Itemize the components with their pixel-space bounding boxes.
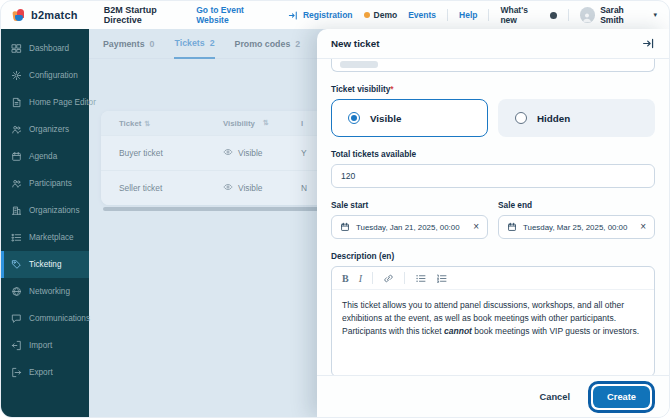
whats-new-link[interactable]: What's new (500, 5, 556, 25)
description-label: Description (en) (331, 251, 655, 261)
total-tickets-input[interactable] (331, 164, 655, 188)
visibility-options: Visible Hidden (331, 99, 655, 137)
sidebar-item-ticketing[interactable]: Ticketing (1, 251, 89, 278)
description-textarea[interactable]: This ticket allows you to attend panel d… (332, 290, 654, 375)
whats-new-icon (550, 12, 557, 19)
sidebar-item-label: Agenda (29, 152, 57, 161)
drawer-title: New ticket (331, 38, 379, 49)
tab-label: Promo codes (235, 39, 291, 49)
events-link[interactable]: Events (408, 10, 436, 20)
toolbar-divider (404, 272, 405, 284)
sale-start-label: Sale start (331, 200, 488, 210)
bullet-list-icon[interactable] (415, 273, 426, 284)
sale-end-value: Tuesday, Mar 25, 2025, 00:00 (523, 223, 634, 232)
sidebar-item-label: Organizers (29, 125, 69, 134)
people-icon (11, 178, 22, 189)
cancel-button[interactable]: Cancel (540, 392, 571, 402)
registration-link[interactable]: Registration (288, 10, 353, 21)
column-label: I (301, 119, 303, 128)
tab-tickets[interactable]: Tickets 2 (174, 29, 214, 59)
sidebar-item-networking[interactable]: Networking (1, 278, 89, 305)
sidebar-item-label: Communications (29, 314, 90, 323)
sidebar-item-organizers[interactable]: Organizers (1, 116, 89, 143)
registration-label: Registration (303, 10, 353, 20)
toolbar-divider (372, 272, 373, 284)
demo-label: Demo (374, 10, 398, 20)
table-header-row: Ticket⇅ Visibility⇅ I (101, 111, 349, 135)
table-row[interactable]: Seller ticket Visible N (101, 170, 349, 205)
new-ticket-drawer: New ticket Ticket visibility* Visible Hi… (317, 29, 669, 417)
table-row[interactable]: Buyer ticket Visible Y (101, 135, 349, 170)
ticket-name-field-clipped[interactable] (331, 59, 655, 72)
sort-icon: ⇅ (144, 120, 150, 127)
tab-payments[interactable]: Payments 0 (103, 29, 154, 59)
column-label: Ticket (119, 119, 141, 128)
sidebar-item-export[interactable]: Export (1, 359, 89, 386)
list-icon (11, 232, 22, 243)
sidebar-item-import[interactable]: Import (1, 332, 89, 359)
tab-count: 2 (295, 39, 300, 49)
visibility-value: Visible (238, 183, 263, 193)
import-icon (11, 340, 22, 351)
hidden-option[interactable]: Hidden (498, 99, 655, 137)
demo-dot-icon (364, 12, 370, 18)
description-editor: B I This ticket allows you to atten (331, 266, 655, 375)
ordered-list-icon[interactable] (436, 273, 447, 284)
user-name: Sarah Smith (600, 5, 648, 25)
visible-option[interactable]: Visible (331, 99, 488, 137)
column-header-ticket[interactable]: Ticket⇅ (101, 119, 223, 128)
italic-icon[interactable]: I (359, 273, 362, 284)
sale-start-field[interactable]: Tuesday, Jan 21, 2025, 00:00 × (331, 215, 488, 239)
building-icon (11, 205, 22, 216)
sidebar-item-organizations[interactable]: Organizations (1, 197, 89, 224)
horizontal-scrollbar[interactable] (103, 207, 335, 211)
label-text: Ticket visibility (331, 84, 390, 94)
event-name: B2M Startup Directive (104, 5, 197, 25)
create-button[interactable]: Create (593, 386, 650, 408)
clear-icon[interactable]: × (640, 222, 646, 232)
sort-icon: ⇅ (263, 119, 269, 127)
gear-icon (11, 70, 22, 81)
ticket-name-cell: Seller ticket (101, 183, 223, 193)
ticket-name-cell: Buyer ticket (101, 148, 223, 158)
calendar-icon (507, 222, 517, 232)
eye-icon (223, 147, 233, 159)
sale-end-field[interactable]: Tuesday, Mar 25, 2025, 00:00 × (498, 215, 655, 239)
sidebar-item-communications[interactable]: Communications (1, 305, 89, 332)
sidebar-item-label: Home Page Editor (29, 98, 96, 107)
radio-unselected-icon (515, 112, 527, 124)
dashboard-icon (11, 43, 22, 54)
drawer-header: New ticket (317, 29, 669, 59)
sidebar-item-dashboard[interactable]: Dashboard (1, 35, 89, 62)
collapse-drawer-icon[interactable] (642, 37, 655, 50)
column-header-visibility[interactable]: Visibility⇅ (223, 119, 301, 128)
people-icon (11, 124, 22, 135)
sidebar-item-marketplace[interactable]: Marketplace (1, 224, 89, 251)
ticket-icon (11, 259, 22, 270)
help-link[interactable]: Help (459, 10, 477, 20)
sidebar-item-label: Marketplace (29, 233, 74, 242)
sidebar-item-participants[interactable]: Participants (1, 170, 89, 197)
sidebar-item-configuration[interactable]: Configuration (1, 62, 89, 89)
tab-count: 2 (210, 38, 215, 48)
sidebar-item-agenda[interactable]: Agenda (1, 143, 89, 170)
avatar (580, 7, 596, 23)
sale-end-label: Sale end (498, 200, 655, 210)
visibility-cell: Visible (223, 182, 301, 194)
tab-promo-codes[interactable]: Promo codes 2 (235, 29, 301, 59)
clear-icon[interactable]: × (473, 222, 479, 232)
chevron-down-icon: ▾ (654, 11, 658, 19)
ticket-visibility-label: Ticket visibility* (331, 84, 655, 94)
go-to-event-website-link[interactable]: Go to Event Website (196, 5, 277, 25)
b2match-logo[interactable]: b2match (13, 9, 78, 22)
link-icon[interactable] (383, 273, 394, 284)
whats-new-label: What's new (500, 5, 545, 25)
topbar: b2match B2M Startup Directive Go to Even… (1, 1, 669, 29)
field-content-placeholder (340, 61, 378, 68)
sidebar-item-home-page-editor[interactable]: Home Page Editor (1, 89, 89, 116)
user-menu[interactable]: Sarah Smith ▾ (580, 5, 657, 25)
app-window: b2match B2M Startup Directive Go to Even… (0, 0, 670, 418)
bold-icon[interactable]: B (342, 273, 349, 284)
eye-icon (223, 182, 233, 194)
sidebar-item-label: Export (29, 368, 53, 377)
